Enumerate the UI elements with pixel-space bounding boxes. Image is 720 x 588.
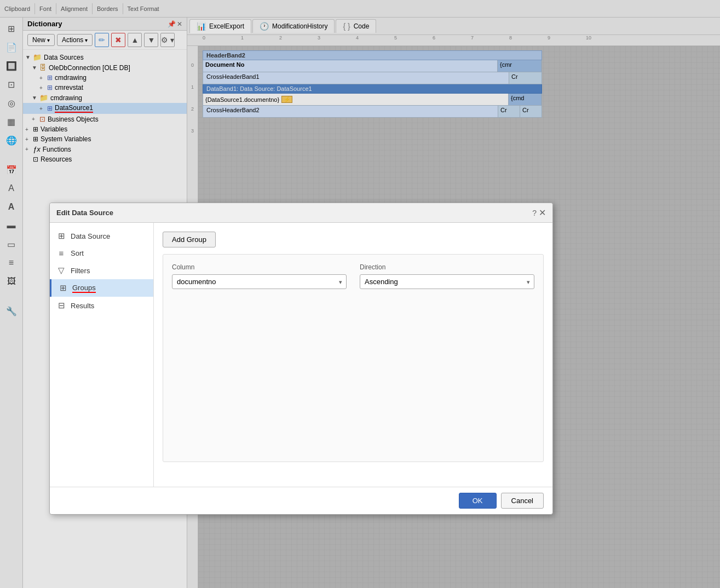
data-source-nav-icon: ⊞ xyxy=(56,231,66,241)
direction-select-wrapper: Ascending Descending xyxy=(360,274,534,289)
results-nav-label: Results xyxy=(71,302,94,310)
nav-results[interactable]: ⊟ Results xyxy=(50,297,153,314)
column-select[interactable]: documentno xyxy=(172,274,347,289)
dialog-overlay: Edit Data Source ? ✕ ⊞ Data Source ≡ Sor… xyxy=(0,0,720,588)
edit-data-source-dialog: Edit Data Source ? ✕ ⊞ Data Source ≡ Sor… xyxy=(49,203,553,515)
group-config-area: Column documentno Direction xyxy=(163,254,544,462)
dialog-title-text: Edit Data Source xyxy=(56,209,113,217)
column-select-wrapper: documentno xyxy=(172,274,347,289)
groups-nav-icon: ⊞ xyxy=(58,283,68,293)
sort-nav-icon: ≡ xyxy=(56,249,66,258)
dialog-title-buttons: ? ✕ xyxy=(532,207,546,218)
column-label: Column xyxy=(172,263,347,271)
filters-nav-label: Filters xyxy=(71,267,90,275)
dialog-footer: OK Cancel xyxy=(50,487,552,514)
nav-data-source[interactable]: ⊞ Data Source xyxy=(50,227,153,245)
dialog-main-content: Add Group Column documentno xyxy=(154,223,552,487)
direction-label: Direction xyxy=(360,263,534,271)
nav-sort[interactable]: ≡ Sort xyxy=(50,245,153,262)
groups-nav-label: Groups xyxy=(72,284,96,293)
add-group-button[interactable]: Add Group xyxy=(163,232,216,247)
filters-nav-icon: ▽ xyxy=(56,266,66,275)
form-row: Column documentno Direction xyxy=(172,263,534,289)
dialog-body: ⊞ Data Source ≡ Sort ▽ Filters ⊞ Groups xyxy=(50,223,552,487)
direction-form-group: Direction Ascending Descending xyxy=(360,263,534,289)
nav-filters[interactable]: ▽ Filters xyxy=(50,262,153,279)
dialog-sidebar: ⊞ Data Source ≡ Sort ▽ Filters ⊞ Groups xyxy=(50,223,154,487)
dialog-close-button[interactable]: ✕ xyxy=(539,207,546,218)
data-source-nav-label: Data Source xyxy=(71,232,110,240)
nav-groups[interactable]: ⊞ Groups xyxy=(50,279,153,297)
column-form-group: Column documentno xyxy=(172,263,347,289)
dialog-help-button[interactable]: ? xyxy=(532,209,537,217)
ok-button[interactable]: OK xyxy=(459,493,497,509)
dialog-title-bar: Edit Data Source ? ✕ xyxy=(50,203,552,223)
cancel-button[interactable]: Cancel xyxy=(501,493,544,509)
sort-nav-label: Sort xyxy=(71,249,84,257)
results-nav-icon: ⊟ xyxy=(56,301,66,310)
direction-select[interactable]: Ascending Descending xyxy=(360,274,534,289)
